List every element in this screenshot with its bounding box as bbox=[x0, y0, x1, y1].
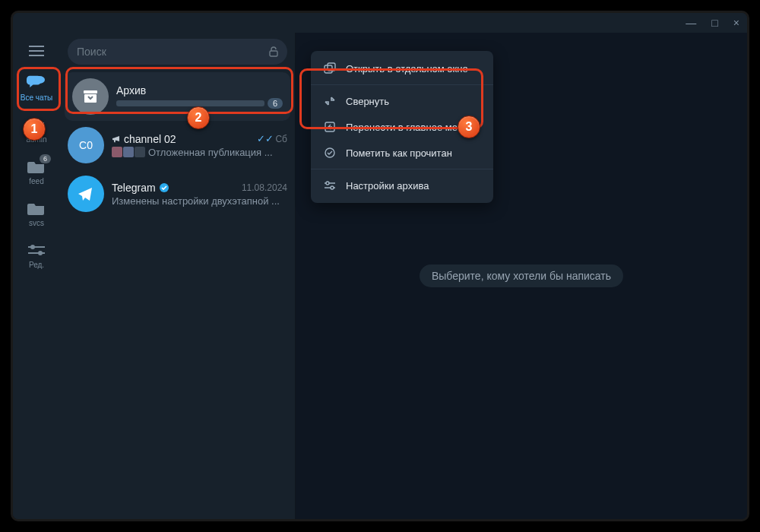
chat-name: Архив bbox=[116, 84, 146, 97]
collapse-icon bbox=[323, 94, 337, 108]
ctx-collapse[interactable]: Свернуть bbox=[311, 88, 493, 114]
read-checks-icon: ✓✓ bbox=[257, 133, 274, 144]
annotation-number-3: 3 bbox=[458, 116, 480, 138]
folder-edit[interactable]: Ред. bbox=[16, 236, 57, 272]
archive-preview-bar bbox=[116, 100, 264, 106]
ctx-label: Настройки архива bbox=[346, 180, 429, 192]
megaphone-icon bbox=[112, 135, 121, 144]
verified-icon bbox=[159, 182, 169, 193]
svg-rect-8 bbox=[328, 63, 335, 71]
hamburger-menu-button[interactable] bbox=[21, 39, 52, 63]
svg-point-0 bbox=[34, 76, 45, 84]
svg-point-12 bbox=[331, 186, 334, 189]
lock-icon bbox=[269, 46, 278, 57]
chat-name: Telegram bbox=[112, 182, 169, 194]
ctx-archive-settings[interactable]: Настройки архива bbox=[311, 173, 493, 198]
separator bbox=[311, 84, 493, 85]
svg-rect-3 bbox=[270, 51, 277, 56]
search-input[interactable]: Поиск bbox=[68, 39, 287, 65]
chat-preview: Изменены настройки двухэтапной ... bbox=[112, 195, 287, 207]
chat-time: 11.08.2024 bbox=[242, 182, 287, 193]
media-thumbs bbox=[112, 147, 145, 157]
new-window-icon bbox=[323, 62, 337, 75]
svg-point-10 bbox=[325, 148, 334, 157]
chat-archive[interactable]: Архив 6 bbox=[65, 72, 290, 121]
maximize-button[interactable]: □ bbox=[711, 17, 717, 28]
ctx-label: Открыть в отдельном окне bbox=[346, 63, 468, 74]
folder-label: svcs bbox=[29, 219, 44, 227]
ctx-label: Свернуть bbox=[346, 96, 389, 107]
avatar: C0 bbox=[68, 127, 104, 163]
search-placeholder: Поиск bbox=[77, 46, 106, 58]
folder-all-chats[interactable]: Все чаты bbox=[16, 69, 57, 105]
mark-read-icon bbox=[323, 146, 337, 160]
folder-label: Все чаты bbox=[21, 93, 52, 102]
folder-label: Ред. bbox=[29, 261, 44, 269]
folder-feed[interactable]: 6 feed bbox=[16, 153, 57, 188]
ctx-label: Пометить как прочитан bbox=[346, 147, 452, 159]
annotation-number-1: 1 bbox=[23, 118, 46, 141]
chat-time: ✓✓ Сб bbox=[257, 133, 287, 144]
avatar bbox=[68, 176, 104, 212]
settings-icon bbox=[323, 179, 337, 192]
folder-svcs[interactable]: svcs bbox=[16, 195, 57, 230]
titlebar: — □ × bbox=[13, 13, 747, 33]
chat-item-telegram[interactable]: Telegram 11.08.2024 Изменены настройки д… bbox=[60, 169, 295, 218]
ctx-open-new-window[interactable]: Открыть в отдельном окне bbox=[311, 55, 493, 81]
archive-count: 6 bbox=[268, 98, 283, 109]
sliders-icon bbox=[26, 241, 47, 259]
chat-name: channel 02 bbox=[112, 133, 176, 145]
chat-preview: Отложенная публикация ... bbox=[112, 147, 287, 158]
folder-icon bbox=[26, 199, 47, 217]
svg-point-11 bbox=[326, 182, 329, 185]
close-button[interactable]: × bbox=[733, 17, 739, 28]
ctx-mark-as-read[interactable]: Пометить как прочитан bbox=[311, 140, 493, 166]
chat-item-channel02[interactable]: C0 channel 02 ✓✓ Сб bbox=[60, 121, 295, 169]
ctx-label: Перенести в главное меню bbox=[346, 122, 470, 133]
folder-sidebar: Все чаты admin 6 feed svcs bbox=[13, 33, 60, 519]
separator bbox=[311, 169, 493, 169]
folder-label: feed bbox=[29, 177, 43, 185]
chat-list-column: Поиск Архив bbox=[60, 33, 296, 519]
move-menu-icon bbox=[323, 120, 337, 134]
minimize-button[interactable]: — bbox=[686, 17, 696, 28]
annotation-number-2: 2 bbox=[187, 106, 210, 129]
empty-placeholder: Выберите, кому хотели бы написать bbox=[420, 264, 623, 287]
chats-icon bbox=[26, 74, 47, 92]
badge: 6 bbox=[40, 154, 51, 163]
svg-rect-4 bbox=[84, 90, 97, 93]
svg-point-2 bbox=[38, 251, 43, 255]
svg-rect-7 bbox=[325, 65, 332, 73]
archive-icon bbox=[72, 78, 109, 115]
svg-point-1 bbox=[30, 245, 35, 249]
